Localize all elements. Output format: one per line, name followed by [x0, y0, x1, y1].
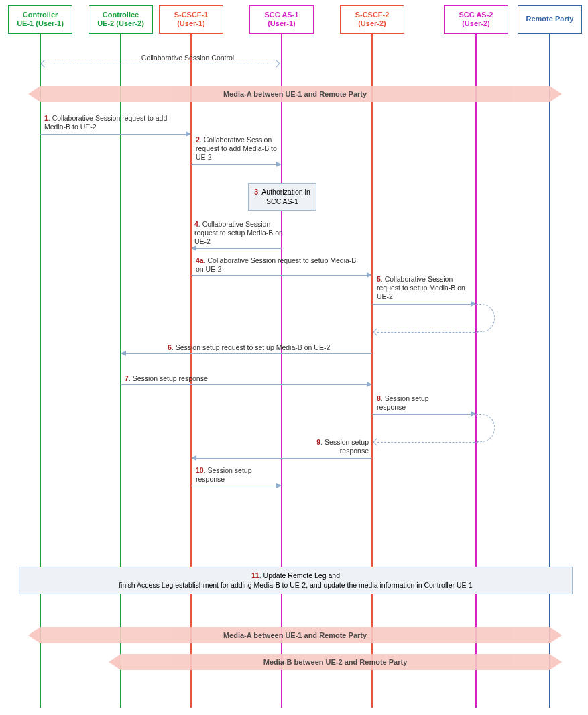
lifeline-scscf2	[371, 34, 373, 708]
arrowhead-left-icon	[191, 245, 196, 251]
step-text: . Session setup response	[196, 466, 251, 483]
lane-header-scscf1: S-CSCF-1(User-1)	[159, 5, 223, 34]
arrowhead-left-icon	[373, 328, 380, 335]
lane-label: S-CSCF-2	[355, 11, 390, 19]
step-number: 10	[196, 466, 204, 474]
lane-header-sccas1: SCC AS-1(User-1)	[249, 5, 314, 34]
arrow-step-1	[40, 134, 186, 135]
label-top-control: Collaborative Session Control	[104, 54, 272, 62]
lane-sublabel: (User-1)	[177, 19, 205, 28]
label-step-6: 6. Session setup request to set up Media…	[168, 343, 355, 352]
step-text: . Authorization in SCC AS-1	[258, 188, 310, 205]
lifeline-sccas1	[281, 34, 282, 708]
lane-label: SCC AS-2	[459, 11, 493, 19]
arrowhead-left-icon	[373, 438, 380, 445]
media-band-b: Media-B between UE-2 and Remote Party	[121, 654, 550, 670]
label-step-7: 7. Session setup response	[125, 374, 259, 383]
lane-sublabel: (User-2)	[462, 19, 490, 28]
label-step-4: 4. Collaborative Session request to setu…	[194, 220, 285, 246]
lane-label: SCC AS-1	[265, 11, 299, 19]
arrow-step-10	[191, 486, 276, 486]
label-step-1: 1. Collaborative Session request to add …	[44, 114, 178, 131]
arrow-top-control	[43, 64, 279, 64]
lane-sublabel: (User-2)	[358, 19, 386, 28]
step-text: . Session setup request to set up Media-…	[172, 343, 330, 351]
step-text: . Session setup response	[129, 374, 208, 382]
lane-sublabel: UE-2 (User-2)	[97, 19, 144, 28]
arrowhead-left-icon	[121, 351, 126, 356]
arrowhead-left-icon	[191, 455, 196, 461]
label-step-5: 5. Collaborative Session request to setu…	[377, 275, 477, 301]
arrowhead-right-icon	[272, 60, 280, 67]
lane-label: S-CSCF-1	[174, 11, 209, 19]
step-text: . Session setup response	[377, 394, 429, 411]
lane-label: Remote Party	[526, 15, 574, 23]
note-step-11: 11. Update Remote Leg and finish Access …	[19, 567, 573, 594]
lane-header-ue2: ControlleeUE-2 (User-2)	[89, 5, 153, 34]
arrow-step-8	[372, 414, 471, 415]
label-step-4a: 4a. Collaborative Session request to set…	[196, 256, 363, 274]
step-text: . Collaborative Session request to setup…	[196, 256, 356, 273]
arrow-step-5	[372, 304, 471, 305]
lane-header-scscf2: S-CSCF-2(User-2)	[340, 5, 404, 34]
lane-sublabel: (User-1)	[268, 19, 296, 28]
arrowhead-right-icon	[276, 483, 282, 488]
arrow-step-2	[191, 164, 276, 165]
lane-label: Controller	[23, 11, 58, 19]
arrowhead-right-icon	[471, 411, 476, 417]
label-step-9: 9. Session setup response	[298, 438, 369, 455]
arrowhead-right-icon	[367, 382, 372, 387]
arrowhead-right-icon	[471, 301, 476, 307]
step-number: 4a	[196, 256, 204, 264]
arrowhead-right-icon	[186, 131, 191, 137]
media-arrow-right-icon	[550, 654, 562, 670]
media-arrow-left-icon	[28, 627, 40, 643]
step-text: . Collaborative Session request to add M…	[44, 114, 167, 131]
media-band-a-top: Media-A between UE-1 and Remote Party	[40, 86, 550, 102]
media-arrow-left-icon	[28, 86, 40, 102]
step-text: . Collaborative Session request to add M…	[196, 135, 277, 161]
lane-header-ue1: ControllerUE-1 (User-1)	[8, 5, 72, 34]
arrow-step-4a	[191, 275, 367, 276]
label-step-10: 10. Session setup response	[196, 466, 276, 484]
media-band-a-bottom: Media-A between UE-1 and Remote Party	[40, 627, 550, 643]
arrow-loop-2-return	[377, 442, 478, 443]
label-step-8: 8. Session setup response	[377, 394, 457, 412]
arrowhead-left-icon	[40, 60, 48, 67]
arrow-step-7	[121, 384, 367, 385]
step-text-line2: finish Access Leg establishment for addi…	[119, 581, 473, 589]
lane-header-sccas2: SCC AS-2(User-2)	[444, 5, 508, 34]
arrow-step-4	[196, 248, 282, 249]
lifeline-remote	[549, 34, 550, 708]
arrow-loop-1-return	[377, 332, 478, 333]
media-arrow-right-icon	[550, 627, 562, 643]
lane-sublabel: UE-1 (User-1)	[17, 19, 64, 28]
loop-curve-2	[476, 414, 495, 442]
arrowhead-right-icon	[276, 162, 282, 167]
arrow-step-9	[196, 458, 372, 459]
step-text: . Collaborative Session request to setup…	[194, 220, 283, 245]
label-step-2: 2. Collaborative Session request to add …	[196, 135, 290, 162]
arrow-step-6	[126, 353, 372, 354]
step-text: . Collaborative Session request to setup…	[377, 275, 465, 300]
step-number: 11	[251, 571, 259, 580]
lane-header-remote: Remote Party	[518, 5, 582, 34]
step-text: . Session setup response	[320, 438, 369, 455]
media-arrow-left-icon	[109, 654, 121, 670]
arrowhead-right-icon	[367, 272, 372, 278]
lifeline-sccas2	[475, 34, 477, 708]
step-text-line1: . Update Remote Leg and	[259, 571, 340, 580]
note-step-3: 3. Authorization in SCC AS-1	[248, 183, 316, 211]
media-arrow-right-icon	[550, 86, 562, 102]
loop-curve-1	[476, 304, 495, 332]
lane-label: Controllee	[103, 11, 139, 19]
